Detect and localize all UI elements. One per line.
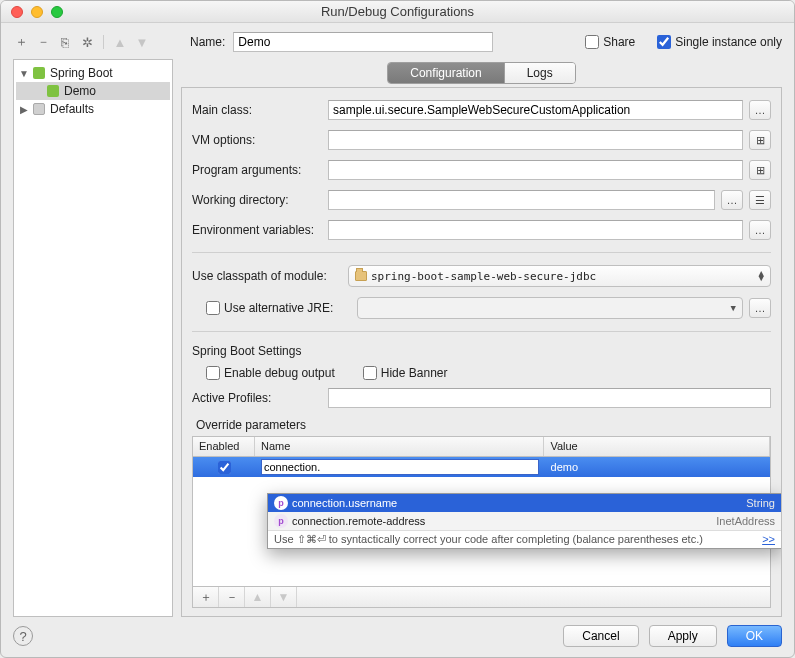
enable-debug-checkbox[interactable]	[206, 366, 220, 380]
tab-configuration[interactable]: Configuration	[388, 63, 503, 83]
enable-debug-label: Enable debug output	[224, 366, 335, 380]
env-vars-input[interactable]	[328, 220, 743, 240]
name-row: Name:	[190, 32, 493, 52]
browse-working-dir-button[interactable]: …	[721, 190, 743, 210]
classpath-module-value: spring-boot-sample-web-secure-jdbc	[371, 270, 596, 283]
tree-node-spring-boot[interactable]: ▼ Spring Boot	[16, 64, 170, 82]
share-label: Share	[603, 35, 635, 49]
alt-jre-select[interactable]: ▼	[357, 297, 743, 319]
autocomplete-item[interactable]: p connection.remote-address InetAddress	[268, 512, 781, 530]
expand-vm-options-button[interactable]: ⊞	[749, 130, 771, 150]
env-vars-label: Environment variables:	[192, 223, 322, 237]
config-sidebar: ▼ Spring Boot Demo ▶ Defaults	[13, 59, 173, 617]
active-profiles-input[interactable]	[328, 388, 771, 408]
cancel-button[interactable]: Cancel	[563, 625, 638, 647]
use-alt-jre-label: Use alternative JRE:	[224, 301, 333, 315]
settings-icon[interactable]: ✲	[79, 34, 95, 50]
tree-node-label: Spring Boot	[50, 66, 113, 80]
tree-node-label: Demo	[64, 84, 96, 98]
working-dir-label: Working directory:	[192, 193, 322, 207]
program-args-label: Program arguments:	[192, 163, 322, 177]
main-class-input[interactable]	[328, 100, 743, 120]
property-icon: p	[274, 514, 288, 528]
row-name-input[interactable]	[261, 459, 539, 475]
use-alt-jre-checkbox[interactable]	[206, 301, 220, 315]
autocomplete-hint: Use ⇧⌘⏎ to syntactically correct your co…	[268, 530, 781, 548]
override-grid: Enabled Name Value demo	[192, 436, 771, 608]
grid-col-value[interactable]: Value	[544, 437, 770, 456]
chevron-right-icon[interactable]: ▶	[18, 104, 30, 115]
help-icon[interactable]: ?	[13, 626, 33, 646]
list-working-dir-button[interactable]: ☰	[749, 190, 771, 210]
hide-banner-checkbox[interactable]	[363, 366, 377, 380]
defaults-icon	[33, 103, 45, 115]
ok-button[interactable]: OK	[727, 625, 782, 647]
add-config-icon[interactable]: ＋	[13, 34, 29, 50]
config-tabs: Configuration Logs	[387, 62, 575, 84]
browse-jre-button[interactable]: …	[749, 298, 771, 318]
row-value[interactable]: demo	[545, 459, 770, 475]
expand-program-args-button[interactable]: ⊞	[749, 160, 771, 180]
move-up-icon[interactable]: ▲	[112, 34, 128, 50]
active-profiles-label: Active Profiles:	[192, 391, 322, 405]
spring-settings-legend: Spring Boot Settings	[192, 344, 771, 358]
tree-node-defaults[interactable]: ▶ Defaults	[16, 100, 170, 118]
apply-button[interactable]: Apply	[649, 625, 717, 647]
copy-config-icon[interactable]: ⎘	[57, 34, 73, 50]
grid-remove-button[interactable]: －	[219, 587, 245, 607]
tab-logs[interactable]: Logs	[504, 63, 575, 83]
remove-config-icon[interactable]: －	[35, 34, 51, 50]
tree-node-label: Defaults	[50, 102, 94, 116]
main-class-label: Main class:	[192, 103, 322, 117]
working-dir-input[interactable]	[328, 190, 715, 210]
property-icon: p	[274, 496, 288, 510]
move-down-icon[interactable]: ▼	[134, 34, 150, 50]
single-instance-label: Single instance only	[675, 35, 782, 49]
program-args-input[interactable]	[328, 160, 743, 180]
grid-add-button[interactable]: ＋	[193, 587, 219, 607]
grid-col-enabled[interactable]: Enabled	[193, 437, 255, 456]
spring-boot-icon	[33, 67, 45, 79]
browse-env-vars-button[interactable]: …	[749, 220, 771, 240]
classpath-module-select[interactable]: spring-boot-sample-web-secure-jdbc ▲▼	[348, 265, 771, 287]
select-caret-icon: ▼	[731, 306, 736, 311]
grid-col-name[interactable]: Name	[255, 437, 544, 456]
vm-options-input[interactable]	[328, 130, 743, 150]
row-enabled-checkbox[interactable]	[218, 461, 231, 474]
override-legend: Override parameters	[192, 418, 771, 432]
autocomplete-more-link[interactable]: >>	[762, 533, 775, 546]
titlebar: Run/Debug Configurations	[1, 1, 794, 23]
classpath-label: Use classpath of module:	[192, 269, 342, 283]
chevron-down-icon[interactable]: ▼	[18, 68, 30, 79]
grid-up-button[interactable]: ▲	[245, 587, 271, 607]
hide-banner-label: Hide Banner	[381, 366, 448, 380]
grid-down-button[interactable]: ▼	[271, 587, 297, 607]
grid-row[interactable]: demo	[193, 457, 770, 477]
window-title: Run/Debug Configurations	[1, 4, 794, 19]
name-input[interactable]	[233, 32, 493, 52]
select-caret-icon: ▲▼	[759, 271, 764, 281]
separator	[192, 252, 771, 253]
browse-main-class-button[interactable]: …	[749, 100, 771, 120]
autocomplete-popup: p connection.username String p connectio…	[267, 493, 782, 549]
vm-options-label: VM options:	[192, 133, 322, 147]
separator	[192, 331, 771, 332]
name-label: Name:	[190, 35, 225, 49]
autocomplete-item[interactable]: p connection.username String	[268, 494, 781, 512]
share-checkbox[interactable]	[585, 35, 599, 49]
tree-node-demo[interactable]: Demo	[16, 82, 170, 100]
single-instance-checkbox[interactable]	[657, 35, 671, 49]
folder-icon	[355, 271, 367, 281]
spring-boot-icon	[47, 85, 59, 97]
